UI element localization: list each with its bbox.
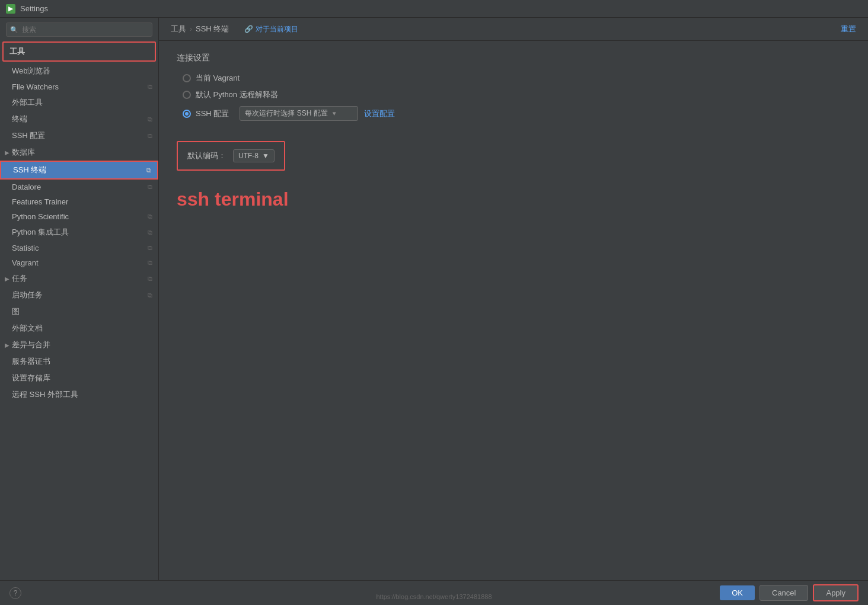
settings-panel: 连接设置 当前 Vagrant 默认 Python 远程解释器: [159, 41, 868, 222]
apply-button[interactable]: Apply: [813, 584, 859, 601]
copy-icon: ⧉: [148, 116, 152, 123]
help-button[interactable]: ?: [9, 587, 21, 599]
encoding-value: UTF-8: [238, 152, 259, 160]
breadcrumb-separator: ›: [190, 25, 192, 33]
connection-settings: 连接设置 当前 Vagrant 默认 Python 远程解释器: [177, 53, 850, 121]
encoding-arrow-icon: ▼: [262, 152, 269, 160]
cancel-button[interactable]: Cancel: [760, 585, 808, 601]
encoding-dropdown[interactable]: UTF-8 ▼: [233, 149, 275, 162]
copy-icon: ⧉: [148, 229, 152, 236]
app-icon: ▶: [6, 4, 15, 14]
sidebar-item-tasks[interactable]: ▶ 任务 ⧉: [0, 270, 158, 287]
sidebar: 🔍 工具 Web浏览器 File Watchers ⧉ 外部工具 终端 ⧉ SS…: [0, 18, 159, 580]
ssh-terminal-highlight: ssh terminal: [177, 188, 850, 210]
sidebar-item-settings-repo[interactable]: 设置存储库: [0, 370, 158, 386]
radio-label-python-remote: 默认 Python 远程解释器: [196, 89, 278, 100]
radio-button-ssh-config[interactable]: [183, 110, 191, 118]
radio-label-vagrant: 当前 Vagrant: [196, 73, 240, 84]
sidebar-item-diagram[interactable]: 图: [0, 303, 158, 320]
sidebar-item-ssh-config[interactable]: SSH 配置 ⧉: [0, 127, 158, 144]
radio-ssh-config[interactable]: SSH 配置 每次运行时选择 SSH 配置 ▼ 设置配置: [183, 106, 850, 121]
copy-icon: ⧉: [148, 259, 152, 267]
copy-icon: ⧉: [146, 167, 151, 174]
radio-button-vagrant[interactable]: [183, 74, 191, 82]
sidebar-item-remote-ssh-tools[interactable]: 远程 SSH 外部工具: [0, 386, 158, 403]
sidebar-item-database[interactable]: ▶ 数据库: [0, 144, 158, 161]
link-text: 对于当前项目: [256, 24, 298, 34]
radio-button-python-remote[interactable]: [183, 91, 191, 99]
breadcrumb-parent: 工具: [171, 24, 186, 34]
ssh-config-dropdown[interactable]: 每次运行时选择 SSH 配置 ▼: [240, 106, 358, 121]
setup-config-link[interactable]: 设置配置: [364, 108, 395, 119]
bottom-buttons: OK Cancel Apply: [720, 584, 859, 601]
encoding-section: 默认编码： UTF-8 ▼: [177, 141, 285, 171]
connection-settings-title: 连接设置: [177, 53, 850, 63]
sidebar-item-external-docs[interactable]: 外部文档: [0, 320, 158, 337]
breadcrumb-current: SSH 终端: [196, 24, 229, 34]
ok-button[interactable]: OK: [720, 585, 755, 600]
sidebar-item-ssh-terminal[interactable]: SSH 终端 ⧉: [0, 161, 158, 180]
search-box: 🔍: [6, 23, 152, 37]
search-icon: 🔍: [10, 26, 18, 34]
sidebar-item-external-tools[interactable]: 外部工具: [0, 94, 158, 111]
sidebar-item-python-integration[interactable]: Python 集成工具 ⧉: [0, 224, 158, 241]
ssh-config-value: 每次运行时选择 SSH 配置: [245, 108, 327, 119]
copy-icon: ⧉: [148, 213, 152, 220]
expand-icon: ▶: [5, 149, 9, 156]
project-link[interactable]: 🔗 对于当前项目: [244, 24, 298, 34]
sidebar-item-statistic[interactable]: Statistic ⧉: [0, 241, 158, 255]
radio-group: 当前 Vagrant 默认 Python 远程解释器 SSH 配置 每次运: [183, 73, 850, 121]
sidebar-item-terminal[interactable]: 终端 ⧉: [0, 111, 158, 127]
copy-icon: ⧉: [148, 275, 152, 283]
copy-icon: ⧉: [148, 183, 152, 191]
sidebar-item-diff-merge[interactable]: ▶ 差异与合并: [0, 337, 158, 353]
content-area: 工具 › SSH 终端 🔗 对于当前项目 重置 连接设置 当前 Vagrant: [159, 18, 868, 580]
sidebar-item-file-watchers[interactable]: File Watchers ⧉: [0, 79, 158, 94]
url-watermark: https://blog.csdn.net/qwerty1372481888: [376, 593, 492, 600]
copy-icon: ⧉: [148, 83, 152, 91]
radio-python-remote[interactable]: 默认 Python 远程解释器: [183, 89, 850, 100]
expand-icon: ▶: [5, 342, 9, 348]
title-bar: ▶ Settings: [0, 0, 868, 18]
sidebar-item-python-scientific[interactable]: Python Scientific ⧉: [0, 209, 158, 224]
copy-icon: ⧉: [148, 292, 152, 299]
copy-icon: ⧉: [148, 244, 152, 252]
expand-icon: ▶: [5, 276, 9, 282]
sidebar-item-tools-header[interactable]: 工具: [2, 41, 156, 62]
radio-label-ssh-config: SSH 配置: [196, 108, 229, 119]
breadcrumb: 工具 › SSH 终端 🔗 对于当前项目 重置: [159, 18, 868, 41]
sidebar-item-features-trainer[interactable]: Features Trainer: [0, 194, 158, 209]
main-layout: 🔍 工具 Web浏览器 File Watchers ⧉ 外部工具 终端 ⧉ SS…: [0, 18, 868, 580]
sidebar-item-web-browser[interactable]: Web浏览器: [0, 63, 158, 79]
radio-vagrant[interactable]: 当前 Vagrant: [183, 73, 850, 84]
sidebar-item-datalore[interactable]: Datalore ⧉: [0, 180, 158, 194]
dropdown-arrow-icon: ▼: [331, 110, 337, 117]
bottom-bar: ? OK Cancel Apply: [0, 580, 868, 605]
copy-icon: ⧉: [148, 132, 152, 140]
search-input[interactable]: [6, 23, 152, 37]
sidebar-item-vagrant[interactable]: Vagrant ⧉: [0, 255, 158, 270]
window-title: Settings: [20, 4, 48, 13]
sidebar-item-startup-tasks[interactable]: 启动任务 ⧉: [0, 287, 158, 303]
encoding-label: 默认编码：: [187, 151, 226, 161]
reset-link[interactable]: 重置: [841, 24, 856, 34]
link-icon: 🔗: [244, 25, 253, 33]
sidebar-item-server-cert[interactable]: 服务器证书: [0, 353, 158, 370]
